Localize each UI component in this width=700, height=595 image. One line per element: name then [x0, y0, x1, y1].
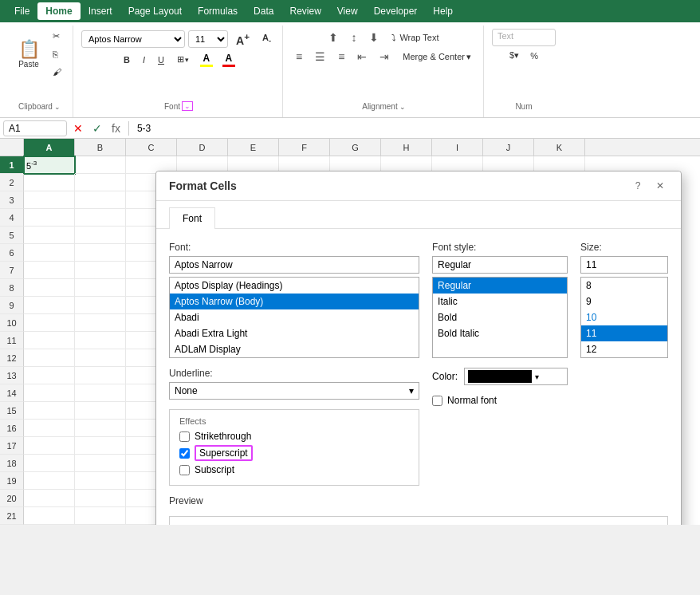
format-painter-button[interactable]: 🖌	[48, 65, 66, 79]
number-format-input[interactable]: Text	[492, 29, 556, 46]
row-number: 16	[0, 420, 24, 437]
paste-button[interactable]: 📋 Paste	[13, 33, 45, 76]
bold-button[interactable]: B	[119, 53, 135, 67]
col-header-A[interactable]: A	[24, 139, 75, 156]
font-size-select[interactable]: 11	[188, 30, 228, 48]
underline-select[interactable]: None ▾	[169, 382, 419, 400]
list-item[interactable]: Aptos Narrow (Body)	[170, 294, 419, 309]
cell-reference-box[interactable]	[3, 120, 67, 136]
col-header-K[interactable]: K	[534, 139, 585, 156]
italic-button[interactable]: I	[138, 53, 150, 67]
confirm-formula-icon[interactable]: ✓	[89, 122, 105, 135]
menu-view[interactable]: View	[329, 2, 366, 20]
menu-review[interactable]: Review	[281, 2, 328, 20]
font-style-input[interactable]	[432, 256, 568, 274]
col-header-D[interactable]: D	[177, 139, 228, 156]
normal-font-checkbox[interactable]	[432, 396, 442, 406]
list-item[interactable]: 11	[581, 325, 667, 341]
insert-function-icon[interactable]: fx	[108, 122, 124, 135]
number-row1: Text	[492, 29, 556, 46]
menu-file[interactable]: File	[6, 2, 37, 20]
size-list[interactable]: 8 9 10 11 12 14	[581, 278, 667, 357]
align-left-button[interactable]: ≡	[291, 48, 307, 65]
alignment-expand-icon[interactable]: ⌄	[399, 103, 406, 111]
list-item[interactable]: 8	[581, 278, 667, 294]
font-color-button[interactable]: A	[219, 51, 238, 69]
underline-section: Underline: None ▾	[169, 368, 419, 400]
color-swatch	[468, 370, 532, 383]
borders-button[interactable]: ⊞▾	[172, 52, 194, 67]
increase-font-size-button[interactable]: A+	[231, 29, 254, 49]
col-header-C[interactable]: C	[126, 139, 177, 156]
list-item[interactable]: 9	[581, 294, 667, 309]
list-item[interactable]: ADLaM Display	[170, 341, 419, 357]
style-list[interactable]: Regular Italic Bold Bold Italic	[433, 278, 567, 357]
col-header-I[interactable]: I	[432, 139, 483, 156]
row-number: 17	[0, 437, 24, 455]
col-header-E[interactable]: E	[228, 139, 279, 156]
strikethrough-checkbox[interactable]	[179, 431, 190, 442]
wrap-text-button[interactable]: ⤵ Wrap Text	[387, 30, 443, 45]
align-bottom-button[interactable]: ⬇	[364, 29, 383, 46]
indent-increase-button[interactable]: ⇥	[375, 48, 394, 65]
list-item[interactable]: Aptos Display (Headings)	[170, 278, 419, 294]
underline-button[interactable]: U	[153, 53, 169, 67]
dialog-close-button[interactable]: ✕	[652, 178, 668, 194]
menu-home[interactable]: Home	[37, 2, 80, 20]
menu-developer[interactable]: Developer	[366, 2, 426, 20]
ribbon: 📋 Paste ✂ ⎘ 🖌 Clipboard ⌄ Aptos Narrow 1…	[0, 22, 700, 118]
list-item[interactable]: Italic	[433, 294, 567, 309]
list-item[interactable]: Bold Italic	[433, 325, 567, 341]
currency-button[interactable]: $▾	[505, 48, 524, 63]
menu-page-layout[interactable]: Page Layout	[120, 2, 190, 20]
clipboard-expand-icon[interactable]: ⌄	[54, 103, 61, 111]
percent-button[interactable]: %	[525, 49, 543, 63]
merge-dropdown-icon: ▾	[466, 52, 471, 62]
list-item[interactable]: 10	[581, 309, 667, 325]
font-size-input[interactable]	[580, 256, 668, 274]
color-dropdown[interactable]: ▾	[464, 368, 568, 385]
subscript-checkbox[interactable]	[179, 465, 190, 475]
dialog-tab-font[interactable]: Font	[169, 207, 215, 229]
font-name-input[interactable]	[169, 256, 419, 274]
dialog-help-button[interactable]: ?	[630, 178, 646, 194]
col-header-J[interactable]: J	[483, 139, 534, 156]
menu-data[interactable]: Data	[246, 2, 281, 20]
list-item[interactable]: Bold	[433, 309, 567, 325]
col-header-B[interactable]: B	[75, 139, 126, 156]
indent-decrease-button[interactable]: ⇤	[352, 48, 372, 65]
col-header-F[interactable]: F	[279, 139, 330, 156]
font-list[interactable]: Aptos Display (Headings) Aptos Narrow (B…	[170, 278, 419, 357]
clipboard-group: 📋 Paste ✂ ⎘ 🖌 Clipboard ⌄	[6, 26, 73, 117]
row-number: 13	[0, 367, 24, 384]
cell-B1[interactable]	[75, 156, 126, 174]
col-header-G[interactable]: G	[330, 139, 381, 156]
normal-font-label: Normal font	[447, 395, 497, 406]
font-name-select[interactable]: Aptos Narrow	[81, 30, 185, 48]
clipboard-sub: ✂ ⎘ 🖌	[48, 29, 66, 79]
menu-insert[interactable]: Insert	[81, 2, 120, 20]
dialog-tabs: Font	[156, 201, 681, 229]
list-item[interactable]: Regular	[433, 278, 567, 294]
highlight-color-button[interactable]: A	[197, 51, 216, 69]
align-right-button[interactable]: ≡	[333, 48, 349, 65]
menu-formulas[interactable]: Formulas	[190, 2, 246, 20]
merge-center-button[interactable]: Merge & Center ▾	[397, 49, 477, 65]
copy-button[interactable]: ⎘	[48, 47, 66, 61]
decrease-font-size-button[interactable]: A-	[258, 30, 276, 47]
list-item[interactable]: 12	[581, 341, 667, 357]
align-middle-button[interactable]: ↕	[346, 29, 361, 46]
align-top-button[interactable]: ⬆	[324, 29, 343, 46]
list-item[interactable]: Abadi	[170, 309, 419, 325]
cell-A1[interactable]: 5-3	[24, 156, 75, 174]
font-dialog-launcher-icon[interactable]: ⌄	[182, 101, 193, 111]
cut-button[interactable]: ✂	[48, 29, 66, 44]
superscript-checkbox[interactable]	[179, 448, 190, 459]
cancel-formula-icon[interactable]: ✕	[70, 122, 86, 135]
list-item[interactable]: Abadi Extra Light	[170, 325, 419, 341]
align-center-button[interactable]: ☰	[310, 48, 330, 65]
menu-help[interactable]: Help	[425, 2, 461, 20]
formula-input[interactable]	[134, 123, 697, 134]
col-header-H[interactable]: H	[381, 139, 432, 156]
color-label: Color:	[432, 371, 458, 382]
